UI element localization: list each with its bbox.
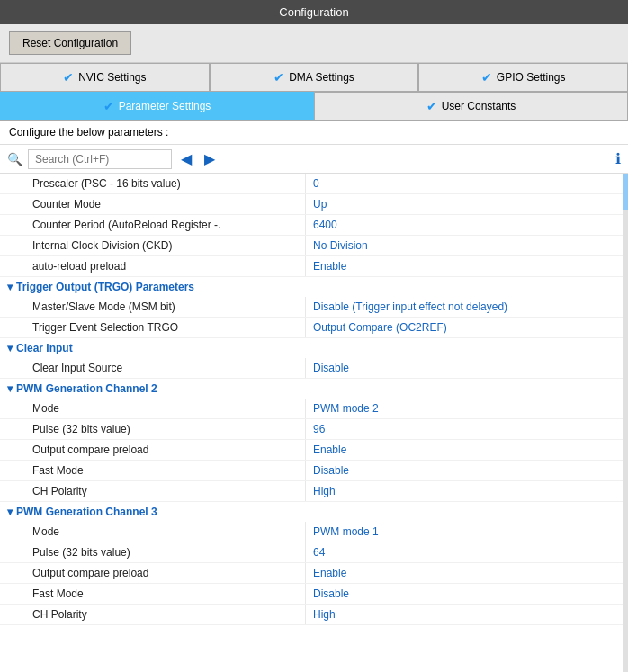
parameter-list: Prescaler (PSC - 16 bits value) 0 Counte…: [0, 174, 628, 625]
tab-param-label: Parameter Settings: [119, 100, 211, 112]
scroll-thumb: [623, 174, 628, 210]
check-icon-nvic: ✔: [63, 70, 74, 85]
param-name: CH Polarity: [0, 481, 306, 501]
title-bar: Configuration: [0, 0, 628, 24]
table-row: Mode PWM mode 1: [0, 522, 628, 542]
table-row: CH Polarity High: [0, 481, 628, 502]
param-name: Clear Input Source: [0, 358, 306, 378]
title-label: Configuration: [279, 5, 348, 19]
check-icon-dma: ✔: [274, 70, 284, 85]
tab-parameter-settings[interactable]: ✔ Parameter Settings: [0, 92, 314, 120]
table-row: Counter Mode Up: [0, 194, 628, 215]
table-row: Prescaler (PSC - 16 bits value) 0: [0, 174, 628, 194]
tab-nvic[interactable]: ✔ NVIC Settings: [0, 63, 210, 91]
chevron-down-icon: ▾: [7, 281, 13, 293]
table-row: Pulse (32 bits value) 96: [0, 419, 628, 440]
table-row: Trigger Event Selection TRGO Output Comp…: [0, 318, 628, 338]
tabs-row1: ✔ NVIC Settings ✔ DMA Settings ✔ GPIO Se…: [0, 63, 628, 92]
param-name: Mode: [0, 522, 306, 542]
param-name: Output compare preload: [0, 440, 306, 460]
toolbar: Reset Configuration: [0, 24, 628, 63]
tab-dma[interactable]: ✔ DMA Settings: [210, 63, 419, 91]
tab-gpio[interactable]: ✔ GPIO Settings: [418, 63, 628, 91]
param-name: Pulse (32 bits value): [0, 419, 306, 439]
content-area[interactable]: Prescaler (PSC - 16 bits value) 0 Counte…: [0, 174, 628, 672]
search-bar: 🔍 ◀ ▶ ℹ: [0, 145, 628, 174]
table-row: Mode PWM mode 2: [0, 399, 628, 419]
param-value: Disable (Trigger input effect not delaye…: [306, 297, 628, 317]
param-value: Enable: [306, 563, 628, 583]
nav-next-button[interactable]: ▶: [201, 148, 219, 169]
param-name: Output compare preload: [0, 563, 306, 583]
param-value: Enable: [306, 256, 628, 276]
param-name: Master/Slave Mode (MSM bit): [0, 297, 306, 317]
scroll-indicator: [623, 174, 628, 672]
param-name: Fast Mode: [0, 584, 306, 604]
configure-label: Configure the below parameters :: [0, 121, 628, 145]
section-header-trgo[interactable]: ▾Trigger Output (TRGO) Parameters: [0, 277, 628, 297]
table-row: Clear Input Source Disable: [0, 358, 628, 379]
param-value: No Division: [306, 236, 628, 255]
check-icon-userconst: ✔: [426, 99, 437, 113]
table-row: Fast Mode Disable: [0, 461, 628, 481]
param-value: Up: [306, 194, 628, 214]
param-value: Disable: [306, 461, 628, 480]
chevron-down-icon: ▾: [7, 506, 13, 518]
table-row: Master/Slave Mode (MSM bit) Disable (Tri…: [0, 297, 628, 318]
info-icon[interactable]: ℹ: [615, 150, 621, 167]
search-icon: 🔍: [7, 152, 22, 166]
table-row: Output compare preload Enable: [0, 563, 628, 584]
table-row: Output compare preload Enable: [0, 440, 628, 461]
param-value: 6400: [306, 215, 628, 235]
nav-prev-button[interactable]: ◀: [177, 148, 195, 169]
tab-dma-label: DMA Settings: [289, 71, 354, 84]
param-name: auto-reload preload: [0, 256, 306, 276]
param-value: PWM mode 2: [306, 399, 628, 418]
param-name: Prescaler (PSC - 16 bits value): [0, 174, 306, 193]
param-name: Trigger Event Selection TRGO: [0, 318, 306, 337]
param-value: Disable: [306, 358, 628, 378]
param-value: 96: [306, 419, 628, 439]
table-row: CH Polarity High: [0, 605, 628, 625]
param-value: High: [306, 481, 628, 501]
chevron-down-icon: ▾: [7, 342, 13, 354]
param-name: Fast Mode: [0, 461, 306, 480]
param-name: Counter Period (AutoReload Register -.: [0, 215, 306, 235]
tab-gpio-label: GPIO Settings: [497, 71, 566, 84]
param-value: 0: [306, 174, 628, 193]
tab-user-constants[interactable]: ✔ User Constants: [314, 92, 628, 120]
reset-config-button[interactable]: Reset Configuration: [9, 31, 131, 55]
section-header-pwm-ch3[interactable]: ▾PWM Generation Channel 3: [0, 502, 628, 522]
param-value: 64: [306, 542, 628, 562]
table-row: Pulse (32 bits value) 64: [0, 542, 628, 563]
section-header-clear-input[interactable]: ▾Clear Input: [0, 338, 628, 358]
param-name: CH Polarity: [0, 605, 306, 624]
table-row: Internal Clock Division (CKD) No Divisio…: [0, 236, 628, 256]
param-value: Enable: [306, 440, 628, 460]
param-value: PWM mode 1: [306, 522, 628, 542]
table-row: Fast Mode Disable: [0, 584, 628, 605]
tabs-row2: ✔ Parameter Settings ✔ User Constants: [0, 92, 628, 121]
check-icon-param: ✔: [103, 99, 114, 113]
param-name: Counter Mode: [0, 194, 306, 214]
search-input[interactable]: [28, 149, 172, 169]
nav-prev-icon: ◀: [181, 151, 192, 166]
table-row: auto-reload preload Enable: [0, 256, 628, 277]
check-icon-gpio: ✔: [481, 70, 492, 85]
tab-userconst-label: User Constants: [442, 100, 516, 112]
chevron-down-icon: ▾: [7, 382, 13, 395]
param-name: Internal Clock Division (CKD): [0, 236, 306, 255]
param-value: Output Compare (OC2REF): [306, 318, 628, 337]
param-value: High: [306, 605, 628, 624]
section-header-pwm-ch2[interactable]: ▾PWM Generation Channel 2: [0, 379, 628, 399]
param-value: Disable: [306, 584, 628, 604]
nav-next-icon: ▶: [204, 151, 215, 166]
param-name: Mode: [0, 399, 306, 418]
tab-nvic-label: NVIC Settings: [78, 71, 146, 84]
param-name: Pulse (32 bits value): [0, 542, 306, 562]
table-row: Counter Period (AutoReload Register -. 6…: [0, 215, 628, 236]
